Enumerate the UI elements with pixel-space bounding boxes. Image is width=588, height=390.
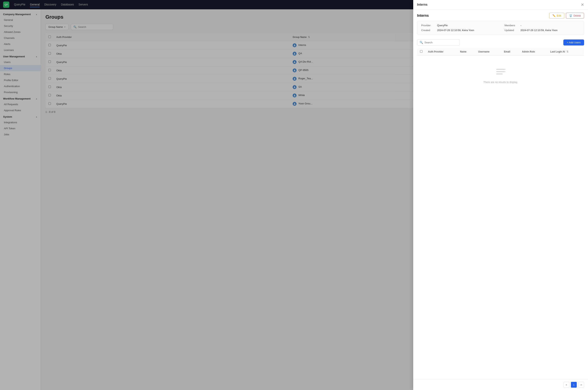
created-row: Created 2024-07-26 12:10:59, Keira Yoon [421, 29, 497, 32]
empty-icon [495, 67, 507, 78]
members-header-row: Auth Provider Name Username Email Admin … [417, 48, 584, 56]
delete-button[interactable]: 🗑️ Delete [566, 13, 584, 19]
empty-state: There are no results to display. [417, 56, 584, 95]
th-admin-role: Admin Role [519, 48, 548, 56]
edit-label: Edit [557, 14, 561, 17]
th-email: Email [501, 48, 519, 56]
empty-row: There are no results to display. [417, 56, 584, 96]
updated-label: Updated [505, 29, 518, 32]
edit-icon: ✏️ [552, 14, 555, 17]
prev-page-button[interactable]: < [564, 382, 569, 388]
svg-rect-10 [496, 73, 503, 74]
add-users-button[interactable]: + Add Users [563, 40, 584, 46]
panel-title-row: Interns ✏️ Edit 🗑️ Delete [413, 9, 588, 21]
updated-row: Updated 2024-07-26 12:10:59, Keira Yoon [505, 29, 580, 32]
members-row: Members - [505, 24, 580, 27]
provider-row: Provider QueryPie [421, 24, 497, 27]
delete-icon: 🗑️ [569, 14, 572, 17]
drawer-pagination: < 1 > [413, 379, 588, 390]
created-value: 2024-07-26 12:10:59, Keira Yoon [437, 29, 474, 32]
svg-rect-9 [496, 71, 505, 72]
created-label: Created [421, 29, 435, 32]
search-icon: 🔍 [420, 41, 423, 44]
svg-rect-8 [496, 69, 505, 70]
members-tbody: There are no results to display. [417, 56, 584, 96]
drawer-close-button[interactable]: ✕ [581, 3, 584, 7]
members-table: Auth Provider Name Username Email Admin … [417, 48, 584, 96]
drawer-header: Interns ✕ [413, 0, 588, 9]
members-value: - [520, 24, 521, 27]
updated-value: 2024-07-26 12:10:59, Keira Yoon [520, 29, 557, 32]
provider-value: QueryPie [437, 24, 448, 27]
sort-icon: ⇅ [566, 50, 568, 53]
members-search-input[interactable] [425, 41, 457, 44]
th-checkbox [417, 48, 426, 56]
drawer-body: Interns ✏️ Edit 🗑️ Delete Provider Query… [413, 9, 588, 379]
members-search-wrap: 🔍 [417, 39, 460, 46]
action-buttons: ✏️ Edit 🗑️ Delete [549, 13, 584, 19]
th-last-login: Last Login At ⇅ [548, 48, 584, 56]
provider-label: Provider [421, 24, 435, 27]
page-1-button[interactable]: 1 [571, 382, 577, 388]
drawer-header-title: Interns [417, 3, 428, 6]
delete-label: Delete [573, 14, 581, 17]
panel-title: Interns [417, 14, 429, 18]
th-username: Username [475, 48, 501, 56]
empty-text: There are no results to display. [483, 81, 518, 84]
svg-rect-11 [505, 69, 506, 70]
svg-rect-12 [505, 71, 506, 72]
next-page-button[interactable]: > [578, 382, 584, 388]
members-label: Members [505, 24, 518, 27]
members-select-all[interactable] [420, 50, 423, 53]
group-detail-drawer: Interns ✕ Interns ✏️ Edit 🗑️ Delete Prov… [413, 0, 588, 390]
th-name: Name [457, 48, 475, 56]
info-grid: Provider QueryPie Members - Created 2024… [417, 21, 584, 35]
th-auth-provider: Auth Provider [425, 48, 457, 56]
members-toolbar: 🔍 + Add Users [413, 38, 588, 48]
edit-button[interactable]: ✏️ Edit [549, 13, 564, 19]
